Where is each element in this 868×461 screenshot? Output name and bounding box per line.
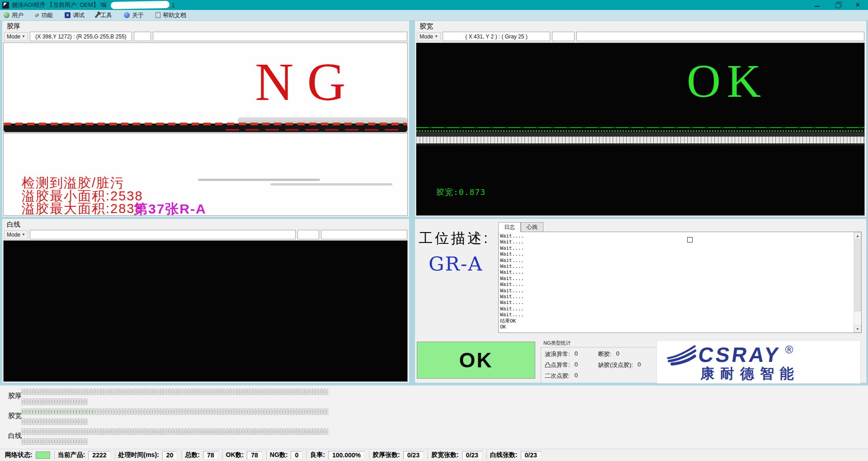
menu-item-help[interactable]: 帮助文档 (156, 11, 186, 19)
log-checkbox[interactable] (687, 237, 693, 242)
status-label: 网络状态: (5, 451, 33, 459)
panel-jiaokuan-title: 胶宽 (420, 22, 433, 31)
jiaohou-mode-dropdown[interactable]: Mode ▼ (4, 32, 28, 41)
progress-cell (269, 409, 271, 414)
progress-cell (313, 409, 315, 414)
station-description-value: GR-A (429, 252, 483, 275)
progress-cell (28, 429, 30, 434)
progress-cell (215, 409, 217, 414)
jiaokuan-mode-dropdown[interactable]: Mode ▼ (417, 32, 441, 41)
progress-cell (104, 389, 106, 394)
progress-cell (38, 399, 40, 404)
status-value: 0/23 (462, 451, 482, 460)
progress-row (22, 409, 329, 417)
tab-heartbeat[interactable]: 心跳 (521, 222, 543, 232)
log-panel[interactable]: Wait.... Wait.... Wait.... Wait.... Wait… (498, 232, 862, 333)
progress-cell (60, 409, 62, 414)
minimize-button[interactable] (807, 0, 827, 10)
baixian-toolbar-box-wide (30, 230, 296, 239)
progress-cell (300, 429, 302, 434)
progress-cell (50, 389, 52, 394)
progress-cell (91, 429, 94, 434)
progress-cell (183, 389, 185, 394)
panel-jiaokuan-toolbar: Mode ▼ ( X 431, Y 2 ) : ( Gray 25 ) (417, 31, 864, 42)
progress-cell (243, 409, 245, 414)
progress-cell (199, 409, 201, 414)
brand-logo-row: CSRAY ® (665, 344, 793, 366)
progress-cell (145, 429, 147, 434)
mode-label: Mode (7, 33, 20, 40)
progress-cell (174, 429, 176, 434)
progress-cell (72, 429, 75, 434)
log-scrollbar[interactable]: ▲ ▼ (854, 232, 861, 333)
result-status-button[interactable]: OK (417, 342, 535, 379)
progress-cell (259, 409, 261, 414)
jiaokuan-image-view[interactable]: OK 胶宽:0.873 (416, 43, 865, 216)
progress-cell (218, 409, 220, 414)
tab-log[interactable]: 日志 (498, 222, 521, 232)
progress-cell (82, 419, 84, 424)
jiaohou-image-view[interactable]: NG 检测到溢胶/脏污 溢胶最小面积:2538 溢胶最大面积:2838 第37张… (3, 43, 408, 216)
progress-cell (57, 419, 59, 424)
scroll-up-icon[interactable]: ▲ (854, 232, 861, 239)
progress-cell (82, 429, 84, 434)
progress-cell (44, 399, 46, 404)
progress-cell (307, 409, 309, 414)
progress-cell (110, 409, 113, 414)
baixian-image-view[interactable] (3, 240, 408, 382)
progress-cell (322, 429, 325, 434)
progress-cell (50, 399, 52, 404)
status-item: 处理时间(ms):20 (115, 451, 182, 460)
window-controls: × (807, 0, 868, 10)
progress-cell (117, 409, 119, 414)
progress-cell (142, 389, 144, 394)
status-item: 当前产品:2222 (54, 451, 115, 460)
ng-stat-value: 0 (637, 361, 641, 369)
progress-cell (167, 389, 170, 394)
brand-logo: CSRAY ® 康耐德智能 (656, 340, 861, 384)
progress-cell (79, 419, 81, 424)
ng-stat-row: 凸点异常:0 (545, 361, 598, 369)
menu-item-user[interactable]: 用户 (4, 11, 24, 19)
baixian-mode-dropdown[interactable]: Mode ▼ (4, 230, 28, 239)
status-item: OK数:78 (222, 451, 266, 460)
close-button[interactable]: × (848, 0, 868, 10)
progress-cell (63, 419, 65, 424)
progress-cell (25, 409, 27, 414)
menu-item-label: 帮助文档 (163, 11, 186, 19)
progress-cell (47, 429, 49, 434)
jiaokuan-toolbar-box-long (576, 32, 864, 41)
panel-baixian-toolbar: Mode ▼ (4, 229, 407, 240)
menu-item-func[interactable]: 功能 (35, 11, 53, 19)
status-item: 总数:78 (181, 451, 222, 460)
menu-item-about[interactable]: 关于 (124, 11, 144, 19)
progress-cell (41, 429, 43, 434)
progress-cell (31, 409, 33, 414)
glue-width-readout: 胶宽:0.873 (436, 187, 486, 198)
progress-cell (113, 429, 116, 434)
ng-stat-label: 缺胶(没点胶): (598, 361, 633, 369)
progress-cell (246, 389, 249, 394)
scroll-down-icon[interactable]: ▼ (854, 325, 861, 333)
progress-cell (82, 389, 84, 394)
menu-item-debug[interactable]: ×调试 (65, 11, 85, 19)
log-tabs: 日志 心跳 (498, 222, 543, 232)
restore-button[interactable] (827, 0, 848, 10)
progress-cell (53, 429, 56, 434)
progress-cell (120, 409, 122, 414)
progress-cell (139, 429, 141, 434)
progress-cell (38, 409, 40, 414)
progress-cell (313, 389, 315, 394)
progress-cell (269, 389, 271, 394)
status-item: 胶厚张数:0/23 (369, 451, 428, 460)
ng-stat-row: 缺胶(没点胶):0 (598, 361, 654, 369)
restore-icon (835, 3, 840, 7)
progress-cell (113, 409, 116, 414)
scrollbar-thumb[interactable] (854, 240, 861, 311)
progress-cell (164, 409, 166, 414)
progress-cell (284, 389, 287, 394)
status-value: 20 (162, 451, 178, 460)
menu-item-tools[interactable]: 工具 (96, 11, 112, 19)
progress-cell (278, 389, 280, 394)
progress-cell (313, 429, 315, 434)
